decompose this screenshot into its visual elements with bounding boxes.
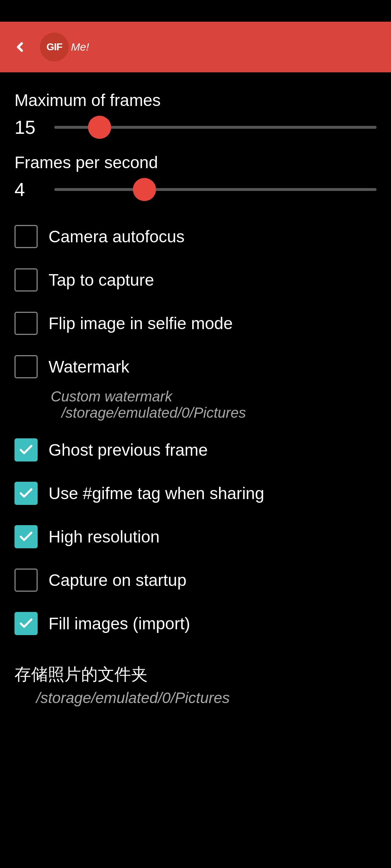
high-resolution-checkbox[interactable] [14, 525, 38, 548]
max-frames-thumb[interactable] [88, 116, 111, 139]
gifme-tag-checkbox[interactable] [14, 482, 38, 505]
ghost-frame-checkbox[interactable] [14, 438, 38, 461]
ghost-frame-label: Ghost previous frame [49, 440, 208, 460]
tap-to-capture-checkbox[interactable] [14, 268, 38, 292]
fps-thumb[interactable] [133, 178, 156, 201]
watermark-item: Watermark [14, 345, 377, 388]
watermark-label: Watermark [49, 357, 129, 376]
watermark-checkbox[interactable] [14, 355, 38, 378]
max-frames-slider-container[interactable] [54, 116, 377, 138]
camera-autofocus-label: Camera autofocus [49, 227, 185, 246]
storage-folder-section: 存储照片的文件夹 /storage/emulated/0/Pictures [14, 656, 377, 714]
capture-startup-checkbox[interactable] [14, 569, 38, 592]
ghost-frame-item: Ghost previous frame [14, 428, 377, 472]
high-resolution-item: High resolution [14, 515, 377, 558]
app-logo: GIF Me! [40, 33, 89, 61]
gifme-tag-item: Use #gifme tag when sharing [14, 472, 377, 515]
camera-autofocus-item: Camera autofocus [14, 215, 377, 258]
camera-autofocus-checkbox[interactable] [14, 225, 38, 248]
fps-value: 4 [14, 179, 43, 200]
max-frames-label: Maximum of frames [14, 90, 377, 110]
custom-watermark-value: /storage/emulated/0/Pictures [51, 405, 377, 421]
logo-gif-text: GIF [46, 41, 62, 53]
logo-circle: GIF [40, 33, 69, 61]
settings-content: Maximum of frames 15 Frames per second 4 [0, 72, 391, 743]
fps-row: 4 [14, 179, 377, 200]
storage-folder-label: 存储照片的文件夹 [14, 663, 377, 686]
max-frames-value: 15 [14, 116, 43, 138]
custom-watermark-label: Custom watermark [51, 388, 377, 405]
high-resolution-label: High resolution [49, 527, 160, 546]
max-frames-section: Maximum of frames 15 [14, 90, 377, 138]
capture-startup-item: Capture on startup [14, 558, 377, 602]
toolbar: GIF Me! [0, 22, 391, 72]
storage-folder-value: /storage/emulated/0/Pictures [14, 689, 377, 707]
flip-image-label: Flip image in selfie mode [49, 314, 233, 333]
gifme-tag-label: Use #gifme tag when sharing [49, 484, 264, 503]
status-bar [0, 0, 391, 22]
flip-image-checkbox[interactable] [14, 312, 38, 335]
custom-watermark-section: Custom watermark /storage/emulated/0/Pic… [14, 388, 377, 428]
fill-images-label: Fill images (import) [49, 614, 190, 633]
fps-label: Frames per second [14, 153, 377, 172]
fill-images-checkbox[interactable] [14, 612, 38, 635]
capture-startup-label: Capture on startup [49, 570, 186, 590]
back-button[interactable] [11, 38, 29, 56]
max-frames-row: 15 [14, 116, 377, 138]
fps-section: Frames per second 4 [14, 153, 377, 200]
fps-track [54, 188, 377, 191]
max-frames-track [54, 126, 377, 129]
fill-images-item: Fill images (import) [14, 602, 377, 645]
flip-image-item: Flip image in selfie mode [14, 302, 377, 345]
tap-to-capture-item: Tap to capture [14, 258, 377, 302]
logo-me-text: Me! [71, 41, 89, 53]
fps-slider-container[interactable] [54, 179, 377, 200]
tap-to-capture-label: Tap to capture [49, 270, 154, 290]
